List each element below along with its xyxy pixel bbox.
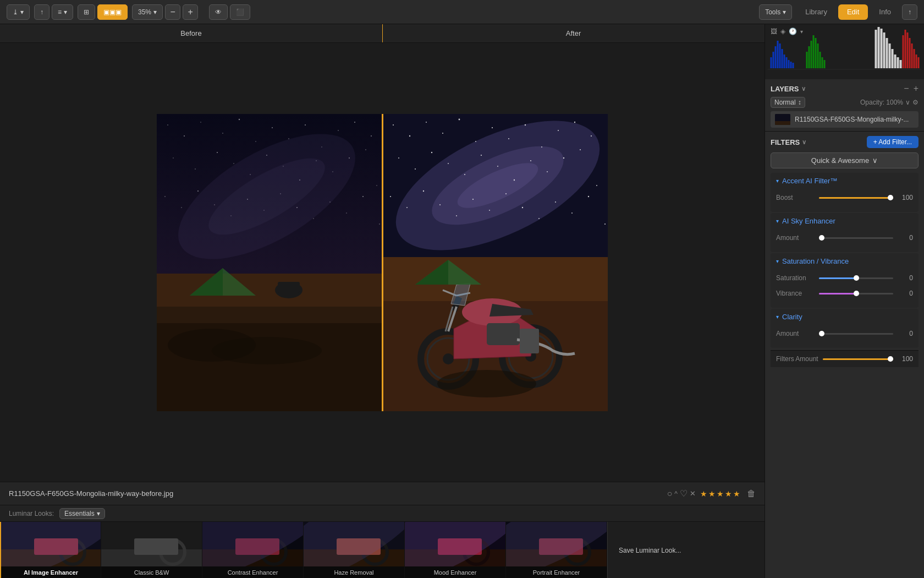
svg-point-65 [475,141,476,142]
layers-plus-button[interactable]: + [914,84,919,94]
list-arrow: ▾ [64,8,67,16]
split-line[interactable] [382,114,383,411]
delete-button[interactable]: 🗑 [747,489,756,499]
heart-button[interactable]: ♡ [680,488,688,499]
svg-point-6 [167,124,168,126]
thumb-canvas-4: Mood Enhancer [405,522,505,578]
edit-tab[interactable]: Edit [838,4,868,20]
filename-bar: R1150GSA-F650GS-Mongolia-milky-way-befor… [0,482,765,505]
svg-point-64 [459,118,460,120]
clock-icon[interactable]: 🕐 [789,28,797,35]
share-button[interactable]: ↑ [902,4,917,20]
vibrance-fill [819,293,856,295]
eye-button[interactable]: 👁 [209,4,228,20]
thumb-label-2: Contrast Enhancer [202,566,303,578]
looks-dropdown-label: Essentials [64,510,95,517]
svg-rect-173 [889,43,891,68]
zoom-plus-button[interactable]: + [183,4,198,20]
layers-minus-button[interactable]: − [904,84,909,94]
svg-point-82 [547,171,548,172]
circle-rating-button[interactable]: ○ [667,489,673,499]
star-rating: ★ ★ ★ ★ ★ [700,489,740,498]
svg-point-78 [481,154,482,155]
filters-amount-track[interactable] [823,358,893,360]
svg-point-17 [354,122,355,123]
star-4[interactable]: ★ [725,489,732,498]
filters-chevron[interactable]: ∨ [802,139,806,146]
info-tab[interactable]: Info [870,4,900,20]
sat-vib-header[interactable]: ▾ Saturation / Vibrance [771,253,919,269]
clarity-header[interactable]: ▾ Clarity [771,309,919,325]
compare-button[interactable]: ⬛ [230,4,250,20]
quick-awesome-button[interactable]: Quick & Awesome ∨ [771,152,919,168]
thumb-contrast-enhancer[interactable]: Contrast Enhancer [202,522,304,578]
thumb-portrait-enhancer[interactable]: Portrait Enhancer [506,522,607,578]
svg-rect-165 [820,52,821,68]
vibrance-track[interactable] [819,293,893,295]
back-button[interactable]: ↑ [34,4,50,20]
library-tab[interactable]: Library [796,4,836,20]
image-viewport[interactable] [0,43,765,482]
view-list-button[interactable]: ≡ ▾ [52,4,73,20]
zoom-control: 35% ▾ − + [132,4,198,20]
thumb-ai-image-enhancer[interactable]: AI Image Enhancer [0,522,101,578]
view-single-button[interactable]: ▣▣▣ [97,4,128,20]
saturation-track[interactable] [819,277,893,279]
import-group: ⤓ ▾ [7,4,30,20]
opacity-arrow[interactable]: ∨ [905,99,910,106]
eye-icon: 👁 [215,8,222,16]
view-grid-button[interactable]: ⊞ [78,4,95,20]
chevron-rating[interactable]: ^ [674,490,678,498]
saturation-vibrance-group: ▾ Saturation / Vibrance Saturation 0 Vib… [771,253,919,308]
filters-amount-thumb[interactable] [888,356,893,362]
gear-button[interactable]: ⚙ [912,99,919,106]
thumb-haze-removal[interactable]: Haze Removal [304,522,405,578]
svg-rect-183 [914,49,915,68]
single-icon: ▣▣▣ [103,8,122,16]
add-filter-button[interactable]: + Add Filter... [867,136,919,148]
clarity-amount-track[interactable] [819,333,893,335]
layers-chevron[interactable]: ∨ [801,85,806,92]
accent-filter-header[interactable]: ▾ Accent AI Filter™ [771,173,919,189]
svg-rect-178 [903,35,904,68]
accent-chevron: ▾ [776,178,779,184]
sky-amount-thumb[interactable] [819,235,824,241]
saturation-thumb[interactable] [854,275,859,281]
layers-icon[interactable]: ◈ [780,28,785,35]
vibrance-thumb[interactable] [854,291,859,296]
blend-mode-select[interactable]: Normal ↕ [771,97,805,108]
thumb-mood-enhancer[interactable]: Mood Enhancer [405,522,506,578]
sky-enhancer-header[interactable]: ▾ AI Sky Enhancer [771,213,919,229]
star-5[interactable]: ★ [733,489,740,498]
tools-menu-button[interactable]: Tools ▾ [759,4,792,20]
svg-rect-184 [916,54,917,68]
layers-label: LAYERS [771,85,799,93]
import-button[interactable]: ⤓ ▾ [7,4,30,20]
sky-enhancer-name: AI Sky Enhancer [782,217,913,225]
photo-icon[interactable]: 🖼 [771,28,777,35]
zoom-arrow: ▾ [153,8,157,16]
layers-actions: − + [904,84,919,94]
luminar-looks-dropdown[interactable]: Essentials ▾ [59,508,105,519]
svg-point-79 [497,166,498,167]
thumb-classic-bw[interactable]: Classic B&W [101,522,202,578]
star-2[interactable]: ★ [708,489,716,498]
sky-amount-track[interactable] [819,237,893,239]
filters-amount-label: Filters Amount [776,355,818,363]
boost-slider-thumb[interactable] [888,195,893,200]
filename-text: R1150GSA-F650GS-Mongolia-milky-way-befor… [9,489,661,498]
zoom-display[interactable]: 35% ▾ [132,4,163,20]
svg-point-98 [588,195,589,197]
zoom-minus-button[interactable]: − [165,4,180,20]
svg-rect-164 [817,43,819,68]
quick-awesome-arrow: ∨ [872,156,878,165]
star-3[interactable]: ★ [717,489,724,498]
boost-slider-track[interactable] [819,197,893,199]
star-1[interactable]: ★ [700,489,707,498]
svg-rect-157 [790,62,792,68]
svg-point-81 [530,160,531,161]
boost-value: 100 [898,194,913,201]
save-look-button[interactable]: Save Luminar Look... [607,522,692,578]
reject-button[interactable]: ✕ [690,489,696,498]
clarity-amount-thumb[interactable] [819,331,824,336]
